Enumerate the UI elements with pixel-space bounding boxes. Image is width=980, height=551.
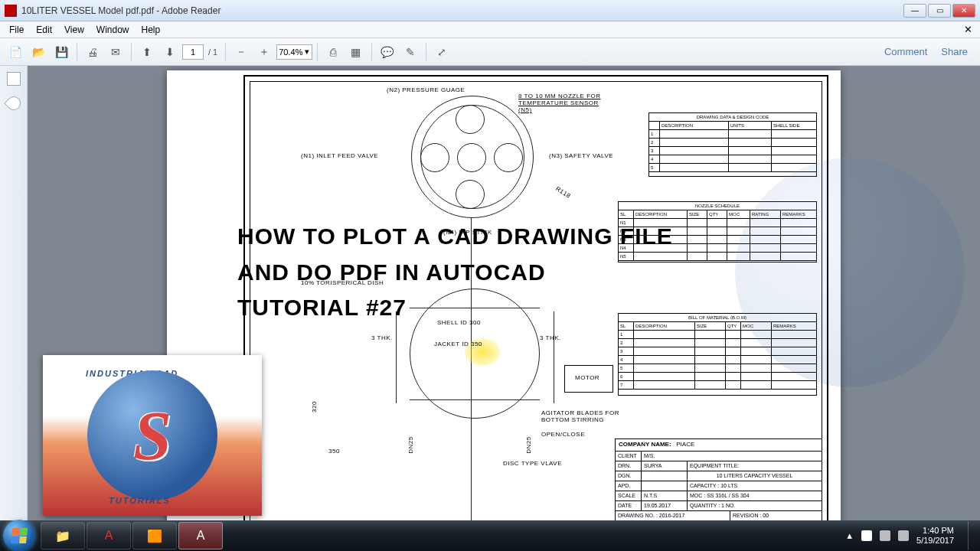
menu-view[interactable]: View	[58, 23, 90, 37]
page-up-icon[interactable]: ⬆	[136, 41, 158, 63]
task-autocad[interactable]: A	[87, 522, 131, 549]
task-app[interactable]: 🟧	[132, 522, 177, 549]
tray-action-center-icon[interactable]	[861, 530, 872, 541]
label-nozzle-note: 8 TO 10 MM NOZZLE FOR TEMPERATURE SENSOR…	[518, 93, 610, 113]
zoom-select[interactable]: 70.4% ▾	[276, 44, 312, 60]
task-explorer[interactable]: 📁	[41, 522, 85, 549]
highlight-icon[interactable]: ✎	[400, 41, 421, 63]
show-desktop-button[interactable]	[968, 521, 975, 550]
menu-edit[interactable]: Edit	[30, 23, 58, 37]
label-thk1: 3 THK.	[371, 334, 393, 341]
page-total-label: / 1	[205, 47, 220, 57]
menu-file[interactable]: File	[3, 23, 30, 37]
email-icon[interactable]: ✉	[105, 41, 126, 63]
system-tray: ▲ 1:40 PM 5/19/2017	[845, 521, 980, 550]
tray-chevron-icon[interactable]: ▲	[845, 531, 854, 540]
navigation-pane	[0, 66, 28, 520]
title-block: COMPANY NAME: PIACE CLIENTM/S. DRN.SURYA…	[615, 439, 822, 520]
label-n3: (N3) SAFETY VALVE	[549, 152, 613, 159]
task-adobe-reader[interactable]: A	[178, 522, 223, 549]
page-down-icon[interactable]: ⬇	[159, 41, 181, 63]
close-button[interactable]: ✕	[952, 4, 975, 18]
menu-help[interactable]: Help	[136, 23, 167, 37]
save-icon[interactable]: 💾	[51, 41, 72, 63]
label-n2: (N2) PRESSURE GUAGE	[387, 86, 465, 93]
menubar: File Edit View Window Help ✕	[0, 21, 980, 38]
tutorial-title-overlay: HOW TO PLOT A CAD DRAWING FILE AND DO PD…	[237, 219, 673, 326]
watermark-gear-icon	[735, 158, 965, 387]
tray-network-icon[interactable]	[880, 530, 890, 541]
gear-icon: S	[87, 370, 217, 500]
logo-bottom-text: TUTORIALS	[109, 496, 171, 505]
label-disc: DISC TYPE VLAVE	[503, 460, 562, 467]
start-button[interactable]	[3, 520, 35, 552]
label-agitator: AGITATOR BLADES FOR BOTTOM STIRRING	[541, 409, 626, 423]
label-dim350: 350	[328, 448, 340, 455]
label-motor: MOTOR	[575, 374, 599, 381]
label-jacket: JACKET ID 350	[434, 341, 482, 347]
toolbar: 📄 📂 💾 🖨 ✉ ⬆ ⬇ / 1 － ＋ 70.4% ▾ ⎙ ▦ 💬 ✎ ⤢ …	[0, 38, 980, 66]
taskbar: 📁 A 🟧 A ▲ 1:40 PM 5/19/2017	[0, 520, 980, 551]
label-openclose: OPEN/CLOSE	[541, 431, 585, 438]
label-n1: (N1) INLET FEED VALVE	[301, 152, 378, 159]
zoom-out-icon[interactable]: －	[230, 41, 252, 63]
label-dn25a: DN25	[407, 436, 414, 453]
zoom-in-icon[interactable]: ＋	[253, 41, 275, 63]
menu-window[interactable]: Window	[90, 23, 136, 37]
label-radius: R118	[554, 185, 572, 200]
minimize-button[interactable]: —	[903, 4, 926, 18]
maximize-button[interactable]: ▭	[928, 4, 951, 18]
adobe-reader-icon	[5, 5, 17, 17]
label-dim320: 320	[311, 401, 318, 412]
logo-letter: S	[133, 396, 172, 475]
tray-volume-icon[interactable]	[898, 530, 909, 541]
comment-link[interactable]: Comment	[884, 46, 927, 57]
document-close-icon[interactable]: ✕	[959, 24, 977, 35]
design-data-table: DRAWING DATA & DESIGN CODE DESCRIPTIONUN…	[648, 112, 817, 177]
share-link[interactable]: Share	[941, 46, 968, 57]
attachments-icon[interactable]	[4, 93, 23, 112]
tool-save-icon[interactable]: ⎙	[322, 41, 344, 63]
window-title: 10LITER VESSEL Model pdf.pdf - Adobe Rea…	[21, 5, 903, 16]
read-mode-icon[interactable]: ⤢	[431, 41, 452, 63]
taskbar-clock[interactable]: 1:40 PM 5/19/2017	[916, 526, 954, 546]
page-thumbnails-icon[interactable]	[7, 72, 21, 86]
tool-page-display-icon[interactable]: ▦	[345, 41, 367, 63]
export-pdf-icon[interactable]: 📄	[5, 41, 26, 63]
window-titlebar: 10LITER VESSEL Model pdf.pdf - Adobe Rea…	[0, 0, 980, 21]
label-dn25b: DN25	[525, 436, 532, 453]
channel-logo-panel: INDUSTRIAL CAD S TUTORIALS	[43, 355, 262, 516]
comment-bubble-icon[interactable]: 💬	[377, 41, 398, 63]
page-number-input[interactable]	[182, 44, 204, 60]
label-thk2: 3 THK.	[540, 334, 561, 341]
print-icon[interactable]: 🖨	[82, 41, 103, 63]
windows-flag-icon	[11, 528, 28, 543]
open-icon[interactable]: 📂	[28, 41, 49, 63]
